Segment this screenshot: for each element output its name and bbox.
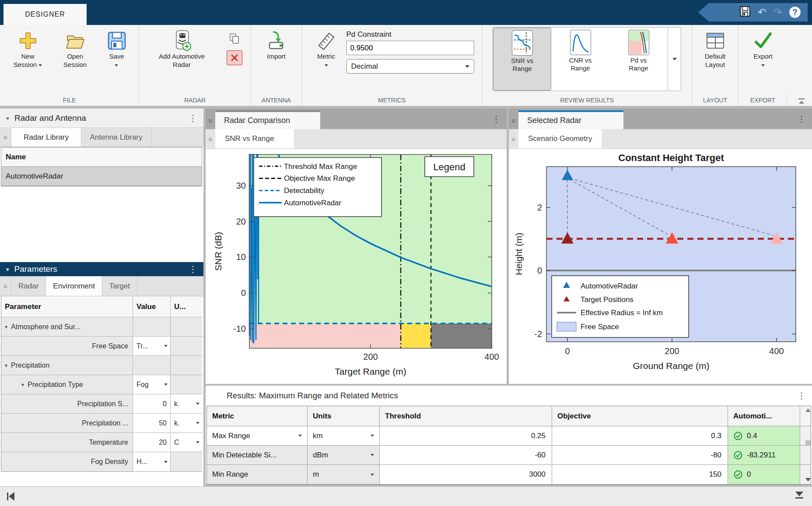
metric-button[interactable]: Metric xyxy=(306,25,346,94)
legend-entry: Effective Radius = Inf km xyxy=(581,309,663,317)
units-select-m[interactable]: m xyxy=(308,465,380,484)
tab-radar-library[interactable]: Radar Library xyxy=(11,128,81,147)
precipitation-rate-value-field[interactable]: 50 xyxy=(133,414,171,432)
objective-value-cell[interactable]: -80 xyxy=(552,446,728,464)
results-scrollbar[interactable] xyxy=(800,406,811,426)
add-automotive-radar-button[interactable]: Add AutomotiveRadar xyxy=(143,25,221,94)
export-button[interactable]: Export xyxy=(741,25,785,94)
legend-entry: AutomotiveRadar xyxy=(581,282,638,290)
import-button[interactable]: Import xyxy=(255,25,298,94)
open-session-button[interactable]: OpenSession xyxy=(51,25,99,94)
gallery-item-pd-vs-range[interactable]: Pd vsRange xyxy=(609,28,668,91)
radar-column-header: Automoti... xyxy=(728,406,800,426)
status-bar xyxy=(0,486,812,506)
chevron-down-icon xyxy=(371,454,374,456)
dock-bottom-button[interactable] xyxy=(795,492,803,499)
tab-snr-vs-range[interactable]: SNR vs Range xyxy=(215,129,294,148)
skip-to-first-icon xyxy=(9,492,14,501)
name-column-header: Name xyxy=(1,148,202,167)
chevron-down-icon xyxy=(325,64,328,67)
collapse-chevron-icon[interactable]: ▾ xyxy=(5,324,7,330)
units-select-dbm[interactable]: dBm xyxy=(308,446,380,464)
collapse-chevron-icon[interactable]: ▾ xyxy=(5,362,7,369)
drag-handle-icon[interactable]: ≡ xyxy=(509,129,518,148)
scrollbar-thumb[interactable] xyxy=(805,440,811,445)
tab-radar-params[interactable]: Radar xyxy=(11,276,46,296)
drag-handle-icon[interactable]: ≡ xyxy=(0,128,11,147)
default-layout-button[interactable]: DefaultLayout xyxy=(693,25,737,94)
pd-constraint-input[interactable] xyxy=(346,41,474,55)
scroll-up-icon xyxy=(805,408,811,412)
x-tick-label: 400 xyxy=(484,352,499,362)
drag-handle-icon[interactable]: ≡ xyxy=(206,129,215,148)
default-layout-label: Default xyxy=(705,53,726,60)
delete-radar-button[interactable] xyxy=(227,50,242,65)
copy-radar-button[interactable] xyxy=(227,31,242,46)
tab-antenna-library[interactable]: Antenna Library xyxy=(81,128,151,147)
layout-grid-icon xyxy=(705,29,725,52)
metric-format-select[interactable]: Decimal xyxy=(346,59,474,74)
gallery-expand-button[interactable] xyxy=(668,28,681,91)
collapse-chevron-icon[interactable]: ▾ xyxy=(21,382,24,388)
tab-designer[interactable]: DESIGNER xyxy=(4,4,87,25)
result-row-min-detectable: Min Detectable Si... dBm -60 -80 -83.291… xyxy=(207,446,811,465)
new-session-button[interactable]: NewSession xyxy=(5,25,51,94)
open-session-label: Open xyxy=(67,53,83,60)
panel-menu-icon[interactable]: ⋮ xyxy=(492,115,500,123)
units-select-km[interactable]: km xyxy=(308,426,380,445)
help-icon[interactable]: ? xyxy=(789,7,801,18)
panel-menu-icon[interactable]: ⋮ xyxy=(189,114,197,123)
gallery-item-cnr-vs-range[interactable]: CNR vsRange xyxy=(551,28,609,91)
radar-library-row[interactable]: AutomotiveRadar xyxy=(1,167,202,186)
radar-result-cell: -83.2911 xyxy=(728,446,800,464)
fog-density-dropdown[interactable]: H... xyxy=(133,452,171,471)
tab-radar-comparison[interactable]: Radar Comparison xyxy=(215,110,320,129)
results-menu-icon[interactable]: ⋮ xyxy=(797,391,806,400)
temperature-value-field[interactable]: 20 xyxy=(133,433,171,452)
pd-vs-range-thumb-icon xyxy=(628,30,649,55)
collapse-ribbon-button[interactable] xyxy=(798,98,805,104)
precipitation-type-dropdown[interactable]: Fog xyxy=(133,375,171,394)
collapse-up-icon xyxy=(799,101,804,104)
tab-target-params[interactable]: Target xyxy=(102,276,137,296)
threshold-value-cell[interactable]: -60 xyxy=(380,446,552,464)
precipitation-s-value-field[interactable]: 0 xyxy=(133,394,171,413)
collapse-panel-button[interactable] xyxy=(7,492,14,501)
tab-environment-params[interactable]: Environment xyxy=(46,276,102,296)
objective-value-cell[interactable]: 0.3 xyxy=(552,426,728,445)
undo-icon[interactable]: ↶ xyxy=(758,7,766,18)
legend-entry: Free Space xyxy=(581,323,619,331)
threshold-value-cell[interactable]: 0.25 xyxy=(380,426,552,445)
redo-icon[interactable]: ↷ xyxy=(774,7,782,18)
drag-handle-icon[interactable]: ≡ xyxy=(509,112,518,129)
chevron-down-icon xyxy=(164,461,168,463)
save-button[interactable]: Save xyxy=(99,25,134,94)
scenario-geometry-chart: Constant Height Target xyxy=(509,149,812,384)
temperature-unit-dropdown[interactable]: C xyxy=(171,433,202,452)
threshold-value-cell[interactable]: 3000 xyxy=(380,465,552,484)
objective-value-cell[interactable]: 150 xyxy=(552,465,728,484)
parameters-menu-icon[interactable]: ⋮ xyxy=(189,265,197,274)
x-axis-label: Target Range (m) xyxy=(335,366,406,376)
collapse-chevron-icon[interactable]: ▾ xyxy=(6,115,9,122)
precipitation-s-unit-dropdown[interactable]: k. xyxy=(171,394,202,413)
export-label: Export xyxy=(753,53,772,60)
collapse-chevron-icon[interactable]: ▾ xyxy=(6,266,9,273)
free-space-value-dropdown[interactable]: Tr... xyxy=(133,337,171,355)
legend-entry: Detectability xyxy=(284,186,325,195)
y-tick-label: 10 xyxy=(236,252,246,262)
precipitation-rate-unit-dropdown[interactable]: k. xyxy=(171,414,202,432)
results-scrollbar-track[interactable] xyxy=(800,446,811,464)
snr-chart-svg: Threshold Max Range Objective Max Range … xyxy=(206,149,507,384)
quick-save-icon[interactable] xyxy=(739,6,751,19)
tab-scenario-geometry[interactable]: Scenario Geometry xyxy=(518,129,602,148)
drag-handle-icon[interactable]: ≡ xyxy=(0,276,11,296)
metric-select-max-range[interactable]: Max Range xyxy=(207,426,308,445)
drag-handle-icon[interactable]: ≡ xyxy=(206,112,215,129)
legend-entry: Objective Max Range xyxy=(284,175,355,183)
gallery-item-snr-vs-range[interactable]: SNR vsRange xyxy=(493,28,551,91)
results-scrollbar-track[interactable] xyxy=(800,426,811,445)
results-scrollbar-bottom[interactable] xyxy=(800,465,811,484)
tab-selected-radar[interactable]: Selected Radar xyxy=(518,110,623,129)
panel-menu-icon[interactable]: ⋮ xyxy=(797,115,806,123)
